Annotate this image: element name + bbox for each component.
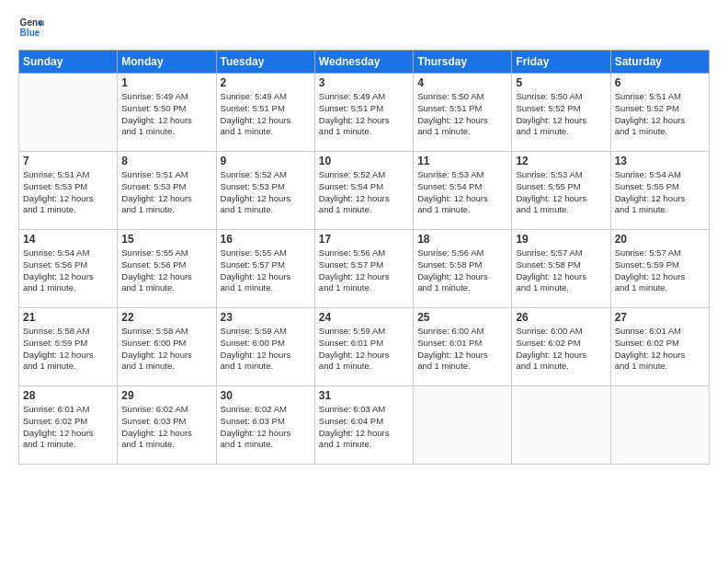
day-info: Sunrise: 6:02 AMSunset: 6:03 PMDaylight:… [221, 404, 311, 451]
calendar-cell: 18Sunrise: 5:56 AMSunset: 5:58 PMDayligh… [414, 230, 512, 308]
calendar-cell: 15Sunrise: 5:55 AMSunset: 5:56 PMDayligh… [118, 230, 216, 308]
calendar-cell: 27Sunrise: 6:01 AMSunset: 6:02 PMDayligh… [610, 308, 709, 386]
header-monday: Monday [118, 51, 216, 74]
day-number: 12 [516, 155, 606, 167]
day-info: Sunrise: 6:01 AMSunset: 6:02 PMDaylight:… [615, 326, 705, 373]
calendar-cell: 1Sunrise: 5:49 AMSunset: 5:50 PMDaylight… [118, 74, 216, 152]
day-number: 31 [319, 389, 409, 402]
header-sunday: Sunday [19, 51, 118, 74]
calendar-cell: 6Sunrise: 5:51 AMSunset: 5:52 PMDaylight… [610, 74, 709, 152]
header-wednesday: Wednesday [314, 51, 413, 74]
day-info: Sunrise: 5:59 AMSunset: 6:01 PMDaylight:… [319, 326, 409, 373]
day-info: Sunrise: 5:53 AMSunset: 5:54 PMDaylight:… [417, 169, 507, 216]
calendar-cell: 3Sunrise: 5:49 AMSunset: 5:51 PMDaylight… [314, 74, 413, 152]
day-number: 4 [417, 76, 507, 89]
calendar-cell: 12Sunrise: 5:53 AMSunset: 5:55 PMDayligh… [512, 152, 610, 230]
day-number: 15 [121, 233, 211, 246]
day-info: Sunrise: 6:00 AMSunset: 6:01 PMDaylight:… [417, 326, 507, 373]
calendar-cell: 14Sunrise: 5:54 AMSunset: 5:56 PMDayligh… [19, 230, 118, 308]
header-tuesday: Tuesday [216, 51, 314, 74]
day-info: Sunrise: 5:58 AMSunset: 5:59 PMDaylight:… [23, 326, 113, 373]
day-info: Sunrise: 5:49 AMSunset: 5:51 PMDaylight:… [221, 91, 311, 138]
calendar-cell: 16Sunrise: 5:55 AMSunset: 5:57 PMDayligh… [216, 230, 314, 308]
day-info: Sunrise: 5:56 AMSunset: 5:58 PMDaylight:… [417, 247, 507, 294]
day-info: Sunrise: 5:55 AMSunset: 5:56 PMDaylight:… [121, 247, 211, 294]
day-info: Sunrise: 5:49 AMSunset: 5:50 PMDaylight:… [121, 91, 211, 138]
day-number: 2 [221, 76, 311, 89]
day-number: 5 [516, 76, 606, 89]
svg-text:Blue: Blue [20, 28, 40, 38]
calendar-cell: 24Sunrise: 5:59 AMSunset: 6:01 PMDayligh… [314, 308, 413, 386]
day-number: 21 [23, 311, 113, 324]
day-number: 6 [615, 76, 705, 89]
day-number: 14 [23, 233, 113, 246]
calendar-cell: 19Sunrise: 5:57 AMSunset: 5:58 PMDayligh… [512, 230, 610, 308]
day-info: Sunrise: 5:50 AMSunset: 5:51 PMDaylight:… [417, 91, 507, 138]
calendar-table: SundayMondayTuesdayWednesdayThursdayFrid… [18, 50, 710, 465]
calendar-cell: 11Sunrise: 5:53 AMSunset: 5:54 PMDayligh… [414, 152, 512, 230]
day-number: 3 [319, 76, 409, 89]
week-row-1: 7Sunrise: 5:51 AMSunset: 5:53 PMDaylight… [19, 152, 710, 230]
day-number: 8 [121, 155, 211, 167]
day-info: Sunrise: 5:56 AMSunset: 5:57 PMDaylight:… [319, 247, 409, 294]
calendar-cell: 22Sunrise: 5:58 AMSunset: 6:00 PMDayligh… [118, 308, 216, 386]
day-number: 11 [417, 155, 507, 167]
calendar-cell: 31Sunrise: 6:03 AMSunset: 6:04 PMDayligh… [314, 386, 413, 465]
calendar-cell: 21Sunrise: 5:58 AMSunset: 5:59 PMDayligh… [19, 308, 118, 386]
week-row-3: 21Sunrise: 5:58 AMSunset: 5:59 PMDayligh… [19, 308, 710, 386]
calendar-cell: 25Sunrise: 6:00 AMSunset: 6:01 PMDayligh… [414, 308, 512, 386]
calendar-cell: 10Sunrise: 5:52 AMSunset: 5:54 PMDayligh… [314, 152, 413, 230]
day-info: Sunrise: 5:52 AMSunset: 5:54 PMDaylight:… [319, 169, 409, 216]
day-number: 25 [417, 311, 507, 324]
day-number: 28 [23, 389, 113, 402]
calendar-cell: 9Sunrise: 5:52 AMSunset: 5:53 PMDaylight… [216, 152, 314, 230]
day-info: Sunrise: 5:57 AMSunset: 5:59 PMDaylight:… [615, 247, 705, 294]
calendar-cell [512, 386, 610, 465]
calendar-cell: 26Sunrise: 6:00 AMSunset: 6:02 PMDayligh… [512, 308, 610, 386]
calendar-cell: 28Sunrise: 6:01 AMSunset: 6:02 PMDayligh… [19, 386, 118, 465]
day-number: 30 [221, 389, 311, 402]
calendar-cell: 4Sunrise: 5:50 AMSunset: 5:51 PMDaylight… [414, 74, 512, 152]
day-info: Sunrise: 5:54 AMSunset: 5:56 PMDaylight:… [23, 247, 113, 294]
day-info: Sunrise: 5:51 AMSunset: 5:53 PMDaylight:… [121, 169, 211, 216]
day-info: Sunrise: 5:53 AMSunset: 5:55 PMDaylight:… [516, 169, 606, 216]
header-thursday: Thursday [414, 51, 512, 74]
day-number: 19 [516, 233, 606, 246]
calendar-cell [19, 74, 118, 152]
day-number: 22 [121, 311, 211, 324]
day-info: Sunrise: 6:03 AMSunset: 6:04 PMDaylight:… [319, 404, 409, 451]
day-info: Sunrise: 5:58 AMSunset: 6:00 PMDaylight:… [121, 326, 211, 373]
day-number: 24 [319, 311, 409, 324]
day-number: 26 [516, 311, 606, 324]
calendar-cell: 29Sunrise: 6:02 AMSunset: 6:03 PMDayligh… [118, 386, 216, 465]
page-header: General Blue [18, 15, 710, 40]
day-number: 7 [23, 155, 113, 167]
day-info: Sunrise: 6:02 AMSunset: 6:03 PMDaylight:… [121, 404, 211, 451]
header-friday: Friday [512, 51, 610, 74]
calendar-cell: 23Sunrise: 5:59 AMSunset: 6:00 PMDayligh… [216, 308, 314, 386]
day-number: 20 [615, 233, 705, 246]
day-number: 27 [615, 311, 705, 324]
calendar-cell [414, 386, 512, 465]
day-info: Sunrise: 5:50 AMSunset: 5:52 PMDaylight:… [516, 91, 606, 138]
day-info: Sunrise: 6:01 AMSunset: 6:02 PMDaylight:… [23, 404, 113, 451]
calendar-cell: 17Sunrise: 5:56 AMSunset: 5:57 PMDayligh… [314, 230, 413, 308]
logo: General Blue [18, 15, 44, 40]
calendar-cell: 2Sunrise: 5:49 AMSunset: 5:51 PMDaylight… [216, 74, 314, 152]
day-number: 29 [121, 389, 211, 402]
calendar-cell: 20Sunrise: 5:57 AMSunset: 5:59 PMDayligh… [610, 230, 709, 308]
day-info: Sunrise: 5:55 AMSunset: 5:57 PMDaylight:… [221, 247, 311, 294]
day-number: 16 [221, 233, 311, 246]
day-info: Sunrise: 6:00 AMSunset: 6:02 PMDaylight:… [516, 326, 606, 373]
logo-icon: General Blue [18, 15, 44, 40]
calendar-header-row: SundayMondayTuesdayWednesdayThursdayFrid… [19, 51, 710, 74]
day-info: Sunrise: 5:51 AMSunset: 5:52 PMDaylight:… [615, 91, 705, 138]
day-number: 13 [615, 155, 705, 167]
week-row-2: 14Sunrise: 5:54 AMSunset: 5:56 PMDayligh… [19, 230, 710, 308]
week-row-4: 28Sunrise: 6:01 AMSunset: 6:02 PMDayligh… [19, 386, 710, 465]
day-number: 1 [121, 76, 211, 89]
day-number: 9 [221, 155, 311, 167]
day-info: Sunrise: 5:59 AMSunset: 6:00 PMDaylight:… [221, 326, 311, 373]
calendar-cell: 8Sunrise: 5:51 AMSunset: 5:53 PMDaylight… [118, 152, 216, 230]
day-info: Sunrise: 5:54 AMSunset: 5:55 PMDaylight:… [615, 169, 705, 216]
